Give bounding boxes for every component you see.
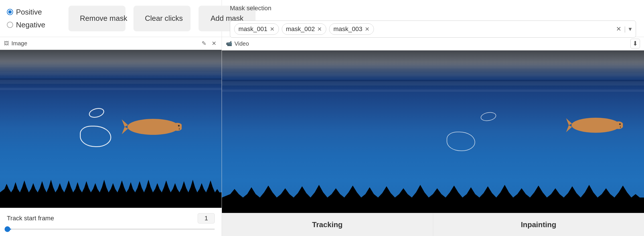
mask-chip-3-label: mask_003 bbox=[333, 25, 362, 33]
mask-chip-2[interactable]: mask_002 ✕ bbox=[282, 23, 327, 35]
click-type-group: Positive Negative bbox=[7, 8, 52, 29]
video-download-button[interactable]: ⬇ bbox=[630, 39, 640, 48]
silhouette-bar-left bbox=[0, 174, 222, 208]
chips-separator: | bbox=[624, 25, 626, 33]
image-canvas[interactable] bbox=[0, 50, 222, 208]
video-panel-header: 📹 Video ⬇ bbox=[222, 37, 644, 50]
slider-track[interactable] bbox=[7, 229, 215, 230]
track-slider-container[interactable] bbox=[7, 226, 215, 232]
svg-marker-8 bbox=[566, 118, 572, 125]
mask-selection-dot: . bbox=[230, 14, 636, 18]
video-icon: 📹 bbox=[226, 40, 232, 47]
stripe-3 bbox=[0, 80, 222, 84]
negative-radio[interactable]: Negative bbox=[7, 21, 52, 29]
image-icon: 🖼 bbox=[4, 40, 9, 46]
positive-radio[interactable]: Positive bbox=[7, 8, 52, 17]
silhouette-bar-right bbox=[222, 179, 644, 213]
mask-chip-1-close[interactable]: ✕ bbox=[270, 26, 275, 32]
positive-radio-circle[interactable] bbox=[7, 9, 13, 15]
track-frame-row: Track start frame 1 bbox=[7, 213, 215, 223]
chips-clear-icon[interactable]: ✕ bbox=[616, 25, 621, 33]
mask-chip-2-label: mask_002 bbox=[286, 25, 315, 33]
svg-point-6 bbox=[178, 125, 180, 127]
negative-radio-circle[interactable] bbox=[7, 22, 13, 28]
video-scene bbox=[222, 50, 644, 213]
mask-chip-1[interactable]: mask_001 ✕ bbox=[234, 23, 279, 35]
image-close-button[interactable]: ✕ bbox=[210, 39, 218, 48]
svg-marker-1 bbox=[122, 119, 128, 127]
stripe-r4 bbox=[222, 89, 644, 92]
shark-svg-right bbox=[566, 112, 623, 137]
svg-marker-9 bbox=[566, 125, 572, 132]
stripe-4 bbox=[0, 88, 222, 90]
tracking-button[interactable]: Tracking bbox=[222, 213, 433, 236]
rock-band-left bbox=[0, 50, 222, 78]
chips-clear-dropdown[interactable]: ✕ | ▾ bbox=[616, 25, 632, 33]
svg-point-13 bbox=[619, 123, 621, 125]
image-edit-button[interactable]: ✎ bbox=[201, 39, 208, 48]
oval-outline-right bbox=[480, 111, 497, 122]
positive-radio-dot bbox=[8, 10, 12, 14]
video-panel-label: Video bbox=[234, 40, 249, 47]
inpainting-button[interactable]: Inpainting bbox=[433, 213, 644, 236]
download-icon: ⬇ bbox=[633, 40, 638, 47]
mask-chip-1-label: mask_001 bbox=[238, 25, 268, 33]
image-panel-header: 🖼 Image ✎ ✕ bbox=[0, 37, 222, 50]
mask-chip-3[interactable]: mask_003 ✕ bbox=[329, 23, 374, 35]
remove-mask-button[interactable]: Remove mask bbox=[68, 6, 125, 31]
svg-marker-2 bbox=[122, 127, 128, 134]
clear-clicks-button[interactable]: Clear clicks bbox=[133, 6, 191, 31]
blob-outline-right bbox=[447, 132, 475, 151]
slider-thumb[interactable] bbox=[5, 226, 10, 232]
image-panel-actions: ✎ ✕ bbox=[201, 39, 218, 48]
chips-dropdown-icon[interactable]: ▾ bbox=[629, 25, 632, 33]
bottom-buttons: Tracking Inpainting bbox=[222, 213, 644, 236]
image-panel: 🖼 Image ✎ ✕ bbox=[0, 37, 222, 236]
mask-selection-title: Mask selection bbox=[230, 5, 636, 12]
stripe-r3 bbox=[222, 81, 644, 85]
shark-svg-left bbox=[122, 113, 182, 139]
track-frame-value: 1 bbox=[198, 213, 215, 223]
negative-radio-label: Negative bbox=[16, 21, 45, 29]
rock-band-right bbox=[222, 50, 644, 80]
video-panel: 📹 Video ⬇ bbox=[222, 37, 644, 236]
positive-radio-label: Positive bbox=[16, 8, 42, 17]
track-frame-label: Track start frame bbox=[7, 215, 54, 222]
aquarium-scene-right bbox=[222, 50, 644, 213]
mask-chips-container: mask_001 ✕ mask_002 ✕ mask_003 ✕ ✕ | ▾ bbox=[230, 21, 636, 38]
blob-outline-left bbox=[80, 126, 111, 147]
image-panel-label: Image bbox=[11, 40, 27, 47]
aquarium-scene-left bbox=[0, 50, 222, 208]
track-start-panel: Track start frame 1 bbox=[0, 208, 222, 236]
oval-outline-left bbox=[88, 106, 105, 119]
mask-chip-2-close[interactable]: ✕ bbox=[317, 26, 322, 32]
mask-chip-3-close[interactable]: ✕ bbox=[365, 26, 370, 32]
